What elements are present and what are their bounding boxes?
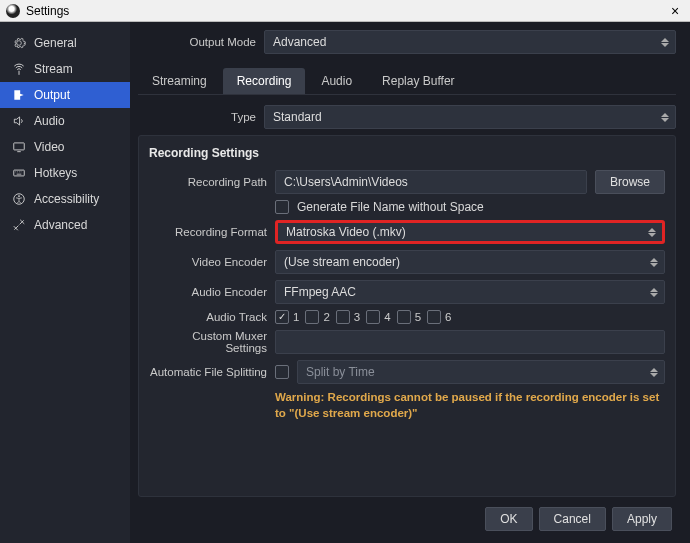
track-6-label: 6 bbox=[445, 311, 451, 323]
window-title: Settings bbox=[26, 4, 666, 18]
sidebar-item-stream[interactable]: Stream bbox=[0, 56, 130, 82]
track-4-checkbox[interactable] bbox=[366, 310, 380, 324]
type-label: Type bbox=[138, 111, 256, 123]
audio-encoder-row: Audio Encoder FFmpeg AAC bbox=[149, 280, 665, 304]
recording-path-row: Recording Path C:\Users\Admin\Videos Bro… bbox=[149, 170, 665, 194]
auto-split-row: Automatic File Splitting Split by Time bbox=[149, 360, 665, 384]
recording-path-input[interactable]: C:\Users\Admin\Videos bbox=[275, 170, 587, 194]
sidebar-item-label: Accessibility bbox=[34, 192, 99, 206]
close-icon[interactable]: × bbox=[666, 4, 684, 18]
browse-button[interactable]: Browse bbox=[595, 170, 665, 194]
antenna-icon bbox=[12, 62, 26, 76]
tools-icon bbox=[12, 218, 26, 232]
gen-no-space-checkbox[interactable] bbox=[275, 200, 289, 214]
speaker-icon bbox=[12, 114, 26, 128]
sidebar: General Stream Output Audio Video Hotkey… bbox=[0, 22, 130, 543]
recording-format-value: Matroska Video (.mkv) bbox=[286, 225, 406, 239]
recording-format-label: Recording Format bbox=[149, 226, 267, 238]
custom-muxer-row: Custom Muxer Settings bbox=[149, 330, 665, 354]
chevron-updown-icon bbox=[648, 363, 660, 381]
sidebar-item-output[interactable]: Output bbox=[0, 82, 130, 108]
track-6-checkbox[interactable] bbox=[427, 310, 441, 324]
auto-split-checkbox[interactable] bbox=[275, 365, 289, 379]
apply-button[interactable]: Apply bbox=[612, 507, 672, 531]
video-encoder-select[interactable]: (Use stream encoder) bbox=[275, 250, 665, 274]
video-encoder-row: Video Encoder (Use stream encoder) bbox=[149, 250, 665, 274]
titlebar: Settings × bbox=[0, 0, 690, 22]
audio-track-label: Audio Track bbox=[149, 311, 267, 323]
output-mode-value: Advanced bbox=[273, 35, 326, 49]
recording-format-row: Recording Format Matroska Video (.mkv) bbox=[149, 220, 665, 244]
auto-split-mode-select[interactable]: Split by Time bbox=[297, 360, 665, 384]
type-value: Standard bbox=[273, 110, 322, 124]
svg-point-3 bbox=[18, 195, 20, 197]
sidebar-item-label: General bbox=[34, 36, 77, 50]
cancel-button[interactable]: Cancel bbox=[539, 507, 606, 531]
keyboard-icon bbox=[12, 166, 26, 180]
panel-heading: Recording Settings bbox=[149, 146, 665, 160]
sidebar-item-advanced[interactable]: Advanced bbox=[0, 212, 130, 238]
track-1-checkbox[interactable] bbox=[275, 310, 289, 324]
gear-icon bbox=[12, 36, 26, 50]
audio-encoder-select[interactable]: FFmpeg AAC bbox=[275, 280, 665, 304]
sidebar-item-hotkeys[interactable]: Hotkeys bbox=[0, 160, 130, 186]
monitor-icon bbox=[12, 140, 26, 154]
sidebar-item-audio[interactable]: Audio bbox=[0, 108, 130, 134]
auto-split-label: Automatic File Splitting bbox=[149, 366, 267, 378]
recording-path-label: Recording Path bbox=[149, 176, 267, 188]
sidebar-item-label: Stream bbox=[34, 62, 73, 76]
content-area: Output Mode Advanced Streaming Recording… bbox=[130, 22, 690, 543]
output-mode-row: Output Mode Advanced bbox=[138, 30, 676, 54]
tab-audio[interactable]: Audio bbox=[307, 68, 366, 94]
app-icon bbox=[6, 4, 20, 18]
video-encoder-value: (Use stream encoder) bbox=[284, 255, 400, 269]
output-icon bbox=[12, 88, 26, 102]
audio-track-checkboxes: 1 2 3 4 5 6 bbox=[275, 310, 451, 324]
track-2-checkbox[interactable] bbox=[305, 310, 319, 324]
chevron-updown-icon bbox=[648, 253, 660, 271]
output-tabs: Streaming Recording Audio Replay Buffer bbox=[138, 68, 676, 95]
tab-recording[interactable]: Recording bbox=[223, 68, 306, 94]
tab-streaming[interactable]: Streaming bbox=[138, 68, 221, 94]
type-row: Type Standard bbox=[138, 105, 676, 129]
sidebar-item-label: Hotkeys bbox=[34, 166, 77, 180]
sidebar-item-accessibility[interactable]: Accessibility bbox=[0, 186, 130, 212]
auto-split-mode-value: Split by Time bbox=[306, 365, 375, 379]
track-3-checkbox[interactable] bbox=[336, 310, 350, 324]
track-5-checkbox[interactable] bbox=[397, 310, 411, 324]
svg-rect-1 bbox=[14, 170, 25, 176]
track-2-label: 2 bbox=[323, 311, 329, 323]
custom-muxer-label: Custom Muxer Settings bbox=[149, 330, 267, 354]
chevron-updown-icon bbox=[648, 283, 660, 301]
audio-track-row: Audio Track 1 2 3 4 5 6 bbox=[149, 310, 665, 324]
track-1-label: 1 bbox=[293, 311, 299, 323]
output-mode-select[interactable]: Advanced bbox=[264, 30, 676, 54]
recording-path-value: C:\Users\Admin\Videos bbox=[284, 175, 408, 189]
gen-no-space-row: Generate File Name without Space bbox=[149, 200, 665, 214]
track-5-label: 5 bbox=[415, 311, 421, 323]
gen-no-space-label: Generate File Name without Space bbox=[297, 200, 484, 214]
tab-replay-buffer[interactable]: Replay Buffer bbox=[368, 68, 469, 94]
audio-encoder-label: Audio Encoder bbox=[149, 286, 267, 298]
sidebar-item-label: Output bbox=[34, 88, 70, 102]
sidebar-item-video[interactable]: Video bbox=[0, 134, 130, 160]
recording-format-select[interactable]: Matroska Video (.mkv) bbox=[275, 220, 665, 244]
encoder-warning: Warning: Recordings cannot be paused if … bbox=[275, 390, 665, 421]
recording-settings-panel: Recording Settings Recording Path C:\Use… bbox=[138, 135, 676, 497]
sidebar-item-label: Video bbox=[34, 140, 64, 154]
track-3-label: 3 bbox=[354, 311, 360, 323]
output-mode-label: Output Mode bbox=[138, 36, 256, 48]
dialog-footer: OK Cancel Apply bbox=[138, 497, 676, 535]
accessibility-icon bbox=[12, 192, 26, 206]
ok-button[interactable]: OK bbox=[485, 507, 532, 531]
custom-muxer-input[interactable] bbox=[275, 330, 665, 354]
sidebar-item-label: Advanced bbox=[34, 218, 87, 232]
sidebar-item-label: Audio bbox=[34, 114, 65, 128]
video-encoder-label: Video Encoder bbox=[149, 256, 267, 268]
audio-encoder-value: FFmpeg AAC bbox=[284, 285, 356, 299]
type-select[interactable]: Standard bbox=[264, 105, 676, 129]
sidebar-item-general[interactable]: General bbox=[0, 30, 130, 56]
chevron-updown-icon bbox=[659, 33, 671, 51]
chevron-updown-icon bbox=[659, 108, 671, 126]
svg-rect-0 bbox=[14, 143, 25, 150]
